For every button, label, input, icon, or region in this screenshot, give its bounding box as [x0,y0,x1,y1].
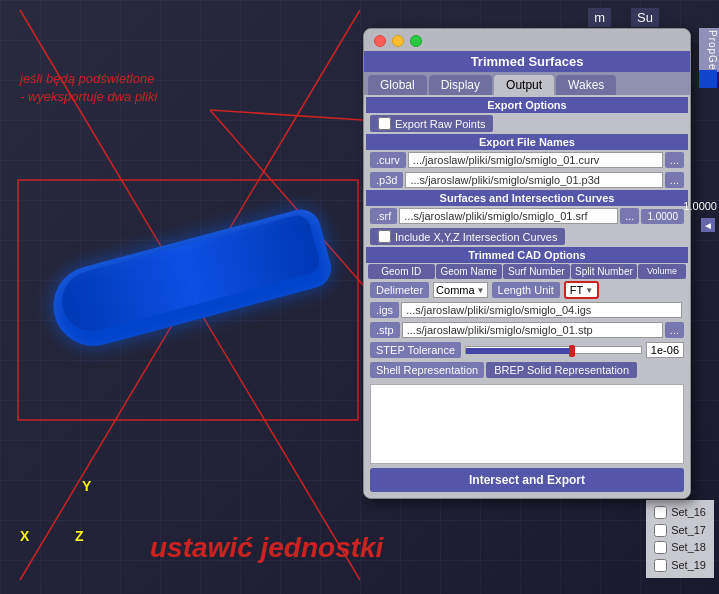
close-button[interactable] [374,35,386,47]
comma-select[interactable]: Comma ▼ [433,282,487,298]
scale-value: 1.0000 [641,209,684,224]
window-controls [364,29,690,51]
set19-checkbox[interactable] [654,559,667,572]
stp-path-value[interactable]: ...s/jaroslaw/pliki/smiglo/smiglo_01.stp [402,322,663,338]
length-unit-label: Length Unit [492,282,560,298]
include-xyz-row: Include X,Y,Z Intersection Curves [366,226,688,247]
igs-row: .igs ...s/jaroslaw/pliki/smiglo/smiglo_0… [366,300,688,320]
set18-checkbox[interactable] [654,541,667,554]
top-right-su-label: Su [631,8,659,27]
right-checkboxes: Set_16 Set_17 Set_18 Set_19 [646,500,714,578]
ft-value: FT [570,284,583,296]
col-geom-name: Geom Name [436,264,503,279]
step-slider-thumb[interactable] [569,345,575,357]
tab-output[interactable]: Output [494,75,554,95]
p3d-row: .p3d ...s/jaroslaw/pliki/smiglo/smiglo_0… [366,170,688,190]
propge-panel-label[interactable]: PropGe [699,28,719,72]
tab-global[interactable]: Global [368,75,427,95]
shell-rep-label: Shell Representation [370,362,484,378]
export-raw-checkbox-label[interactable]: Export Raw Points [370,115,493,132]
ft-select[interactable]: FT ▼ [564,281,599,299]
col-volume: Volume [638,264,686,279]
trimmed-surfaces-dialog: Trimmed Surfaces Global Display Output W… [363,28,691,499]
stp-ext-label: .stp [370,322,400,338]
curv-row: .curv .../jaroslaw/pliki/smiglo/smiglo_0… [366,150,688,170]
axis-z-label: Z [75,528,84,544]
stp-row: .stp ...s/jaroslaw/pliki/smiglo/smiglo_0… [366,320,688,340]
scale-arrow-icon[interactable]: ◄ [701,218,715,232]
col-split-number: Split Number [571,264,638,279]
minimize-button[interactable] [392,35,404,47]
tab-wakes[interactable]: Wakes [556,75,616,95]
3d-shape [30,200,380,380]
set19-label: Set_19 [671,557,706,575]
p3d-ext-label: .p3d [370,172,403,188]
export-file-names-header: Export File Names [366,134,688,150]
top-right-m-label: m [588,8,611,27]
p3d-path-value[interactable]: ...s/jaroslaw/pliki/smiglo/smiglo_01.p3d [405,172,662,188]
step-value: 1e-06 [646,342,684,358]
p3d-browse-button[interactable]: ... [665,172,684,188]
col-surf-number: Surf Number [503,264,570,279]
step-tolerance-row: STEP Tolerance 1e-06 [366,340,688,360]
bottom-annotation-text: ustawić jednostki [150,532,383,564]
export-options-header: Export Options [366,97,688,113]
delimiter-row: Delimeter Comma ▼ Length Unit FT ▼ [366,280,688,300]
tab-bar: Global Display Output Wakes [364,72,690,95]
dialog-title: Trimmed Surfaces [364,51,690,72]
delimiter-label: Delimeter [370,282,429,298]
export-raw-checkbox[interactable] [378,117,391,130]
dialog-content: Export Options Export Raw Points Export … [364,95,690,498]
curv-ext-label: .curv [370,152,406,168]
include-xyz-label[interactable]: Include X,Y,Z Intersection Curves [370,228,565,245]
maximize-button[interactable] [410,35,422,47]
srf-ext-label: .srf [370,208,397,224]
comma-arrow-icon: ▼ [477,286,485,295]
step-slider-fill [466,348,571,354]
ft-arrow-icon: ▼ [585,286,593,295]
shell-rep-row: Shell Representation BREP Solid Represen… [366,360,688,380]
export-raw-row: Export Raw Points [366,113,688,134]
set16-checkbox[interactable] [654,506,667,519]
trimmed-cad-header: Trimmed CAD Options [366,247,688,263]
intersect-export-button[interactable]: Intersect and Export [370,468,684,492]
srf-row: .srf ...s/jaroslaw/pliki/smiglo/smiglo_0… [366,206,688,226]
igs-ext-label: .igs [370,302,399,318]
set16-label: Set_16 [671,504,706,522]
comma-value: Comma [436,284,475,296]
step-tolerance-label: STEP Tolerance [370,342,461,358]
igs-path-value[interactable]: ...s/jaroslaw/pliki/smiglo/smiglo_04.igs [401,302,682,318]
step-slider[interactable] [465,346,642,354]
export-raw-label: Export Raw Points [395,118,485,130]
axis-x-label: X [20,528,29,544]
srf-path-value[interactable]: ...s/jaroslaw/pliki/smiglo/smiglo_01.srf [399,208,618,224]
brep-button[interactable]: BREP Solid Representation [486,362,637,378]
axis-y-label: Y [82,478,91,494]
empty-area [370,384,684,464]
curv-browse-button[interactable]: ... [665,152,684,168]
set17-label: Set_17 [671,522,706,540]
cad-columns-header: Geom ID Geom Name Surf Number Split Numb… [366,263,688,280]
annotation-text: jeśli będą podświetlone - wyeksportuje d… [20,70,157,106]
set17-checkbox[interactable] [654,524,667,537]
surfaces-section-header: Surfaces and Intersection Curves [366,190,688,206]
blue-indicator [699,70,717,88]
srf-browse-button[interactable]: ... [620,208,639,224]
stp-browse-button[interactable]: ... [665,322,684,338]
include-xyz-text: Include X,Y,Z Intersection Curves [395,231,557,243]
tab-display[interactable]: Display [429,75,492,95]
col-geom-id: Geom ID [368,264,435,279]
set18-label: Set_18 [671,539,706,557]
include-xyz-checkbox[interactable] [378,230,391,243]
curv-path-value[interactable]: .../jaroslaw/pliki/smiglo/smiglo_01.curv [408,152,663,168]
scale-value-indicator: 1.0000 [683,200,717,212]
